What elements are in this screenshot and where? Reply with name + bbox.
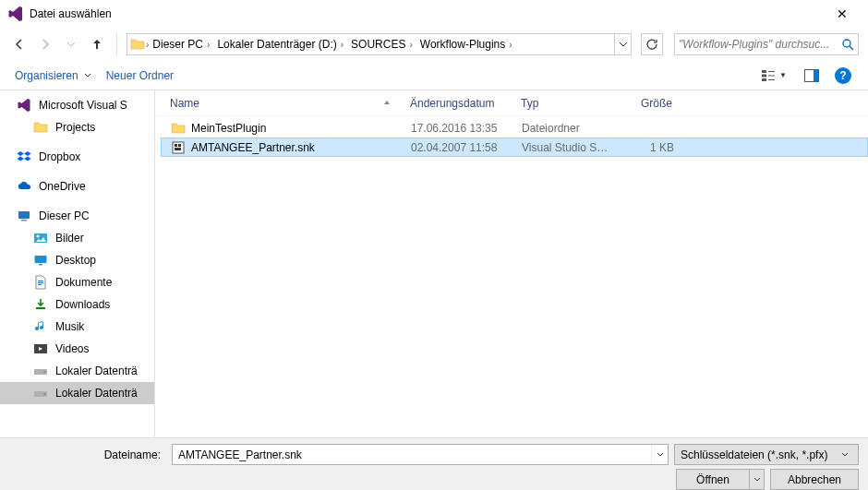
help-button[interactable]: ?	[831, 66, 855, 86]
sidebar-label: Dokumente	[55, 276, 112, 289]
sidebar-item-drive-c[interactable]: Lokaler Datenträ	[0, 360, 154, 382]
filename-input[interactable]	[173, 448, 651, 461]
sidebar-item-projects[interactable]: Projects	[0, 116, 154, 138]
filename-combo[interactable]	[172, 444, 669, 465]
sidebar-item-music[interactable]: Musik	[0, 316, 154, 338]
sidebar-item-documents[interactable]: Dokumente	[0, 271, 154, 293]
file-name: AMTANGEE_Partner.snk	[191, 141, 315, 154]
sidebar-item-dropbox[interactable]: Dropbox	[0, 146, 154, 168]
dropbox-icon	[17, 149, 31, 164]
file-type: Visual Studio Stro...	[512, 141, 619, 154]
sidebar-label: Microsoft Visual S	[39, 99, 127, 112]
svg-rect-4	[768, 71, 775, 72]
navigation-pane: Microsoft Visual S Projects Dropbox OneD…	[0, 90, 155, 437]
file-type: Dateiordner	[512, 122, 619, 135]
breadcrumb-dropdown[interactable]	[614, 34, 631, 54]
breadcrumb-item[interactable]: Dieser PC›	[149, 34, 213, 54]
cancel-button[interactable]: Abbrechen	[770, 469, 859, 490]
downloads-icon	[33, 297, 48, 312]
filetype-combo[interactable]: Schlüsseldateien (*.snk, *.pfx)	[674, 444, 859, 465]
chevron-down-icon	[84, 72, 91, 79]
app-icon	[7, 6, 24, 22]
help-icon: ?	[835, 67, 851, 84]
sidebar-item-drive-d[interactable]: Lokaler Datenträ	[0, 382, 154, 404]
chevron-down-icon[interactable]	[651, 445, 668, 464]
breadcrumb-item[interactable]: SOURCES›	[347, 34, 416, 54]
col-label: Name	[170, 97, 199, 110]
desktop-icon	[33, 253, 48, 268]
breadcrumb-label: Dieser PC	[152, 38, 203, 51]
sidebar-item-pc[interactable]: Dieser PC	[0, 205, 154, 227]
breadcrumb-label: Workflow-Plugins	[420, 38, 505, 51]
sidebar-label: Musik	[55, 320, 84, 333]
chevron-down-icon: ▼	[779, 71, 787, 79]
videos-icon	[33, 341, 48, 356]
svg-rect-6	[768, 79, 775, 80]
search-box[interactable]	[674, 33, 859, 55]
close-button[interactable]: ✕	[824, 6, 861, 21]
back-button[interactable]	[9, 34, 30, 54]
svg-rect-10	[21, 220, 27, 221]
search-input[interactable]	[679, 38, 841, 51]
breadcrumb-item[interactable]: Workflow-Plugins›	[416, 34, 516, 54]
svg-rect-26	[178, 144, 181, 147]
svg-rect-1	[762, 70, 766, 73]
svg-rect-2	[762, 74, 766, 77]
sidebar-item-videos[interactable]: Videos	[0, 338, 154, 360]
svg-point-23	[44, 393, 46, 395]
sidebar-label: Desktop	[55, 254, 96, 267]
svg-rect-27	[175, 148, 181, 150]
file-pane: Name Änderungsdatum Typ Größe MeinTestPl…	[155, 90, 868, 437]
svg-point-0	[843, 40, 850, 47]
sidebar-label: Lokaler Datenträ	[55, 365, 138, 377]
sidebar-item-vs[interactable]: Microsoft Visual S	[0, 94, 154, 116]
sidebar-item-downloads[interactable]: Downloads	[0, 293, 154, 316]
file-size: 1 KB	[619, 141, 683, 154]
sidebar-label: Lokaler Datenträ	[55, 387, 138, 400]
organize-button[interactable]: Organisieren	[13, 66, 93, 85]
file-row[interactable]: MeinTestPlugin17.06.2016 13:35Dateiordne…	[161, 118, 868, 137]
sidebar-item-pictures[interactable]: Bilder	[0, 227, 154, 249]
svg-rect-15	[38, 281, 43, 281]
svg-rect-25	[175, 144, 177, 147]
chevron-icon: ›	[341, 40, 344, 50]
breadcrumb-label: Lokaler Datenträger (D:)	[217, 38, 336, 51]
breadcrumb[interactable]: › Dieser PC› Lokaler Datenträger (D:)› S…	[127, 33, 632, 55]
recent-dropdown[interactable]	[61, 34, 81, 54]
col-type[interactable]: Typ	[512, 90, 618, 115]
sort-icon	[383, 100, 391, 107]
svg-rect-14	[39, 264, 42, 266]
sidebar-item-onedrive[interactable]: OneDrive	[0, 175, 154, 197]
title-bar: Datei auswählen ✕	[0, 0, 868, 28]
column-headers: Name Änderungsdatum Typ Größe	[155, 90, 868, 116]
search-icon[interactable]	[841, 38, 854, 51]
col-name[interactable]: Name	[161, 90, 401, 115]
file-row[interactable]: AMTANGEE_Partner.snk02.04.2007 11:58Visu…	[161, 137, 868, 157]
col-date[interactable]: Änderungsdatum	[401, 90, 512, 115]
sidebar-item-desktop[interactable]: Desktop	[0, 249, 154, 271]
refresh-button[interactable]	[641, 33, 663, 55]
open-split-dropdown[interactable]	[749, 470, 764, 489]
view-options-button[interactable]: ▼	[757, 66, 792, 86]
up-button[interactable]	[87, 34, 107, 54]
svg-rect-8	[814, 69, 819, 81]
sidebar-label: Downloads	[55, 298, 110, 311]
new-folder-button[interactable]: Neuer Ordner	[104, 66, 175, 85]
preview-pane-button[interactable]	[800, 66, 824, 86]
open-button[interactable]: Öffnen	[676, 469, 765, 490]
toolbar: Organisieren Neuer Ordner ▼ ?	[0, 61, 868, 90]
svg-point-21	[44, 371, 46, 373]
onedrive-icon	[17, 179, 31, 194]
documents-icon	[33, 275, 48, 290]
breadcrumb-item[interactable]: Lokaler Datenträger (D:)›	[213, 34, 347, 54]
col-size[interactable]: Größe	[618, 90, 682, 115]
forward-button[interactable]	[35, 34, 55, 54]
filetype-label: Schlüsseldateien (*.snk, *.pfx)	[681, 448, 827, 461]
svg-rect-3	[762, 78, 766, 81]
filename-label: Dateiname:	[9, 448, 166, 461]
bottom-panel: Dateiname: Schlüsseldateien (*.snk, *.pf…	[0, 437, 868, 490]
music-icon	[33, 319, 48, 334]
svg-point-12	[37, 235, 40, 238]
organize-label: Organisieren	[15, 69, 78, 82]
main-area: Microsoft Visual S Projects Dropbox OneD…	[0, 90, 868, 437]
